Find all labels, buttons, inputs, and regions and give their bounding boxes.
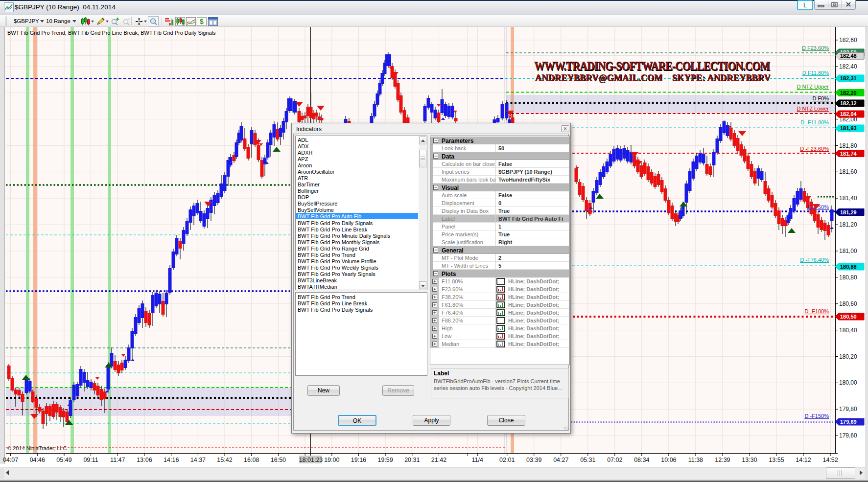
svg-text:D -F76.40%: D -F76.40% <box>800 257 829 263</box>
svg-text:181,60: 181,60 <box>839 168 857 175</box>
svg-text:14:37: 14:37 <box>190 457 206 463</box>
svg-text:05:49: 05:49 <box>56 457 71 463</box>
svg-text:19:00: 19:00 <box>324 457 339 463</box>
svg-text:15:42: 15:42 <box>217 457 232 463</box>
svg-text:180,00: 180,00 <box>839 379 857 386</box>
svg-text:13:30: 13:30 <box>742 457 757 463</box>
svg-text:16:08: 16:08 <box>244 457 259 463</box>
svg-text:D -F100%: D -F100% <box>804 308 829 314</box>
svg-text:04:27: 04:27 <box>553 457 568 463</box>
svg-text:08:34: 08:34 <box>634 457 649 463</box>
svg-text:180,20: 180,20 <box>839 353 857 360</box>
svg-text:181,20: 181,20 <box>839 221 857 228</box>
svg-text:D NTZ Upper: D NTZ Upper <box>797 84 829 90</box>
svg-text:179,69: 179,69 <box>840 419 857 425</box>
svg-text:D F0%: D F0% <box>812 95 829 101</box>
svg-text:181,74: 181,74 <box>840 151 857 157</box>
svg-text:179,80: 179,80 <box>839 406 857 413</box>
svg-text:13:06: 13:06 <box>137 457 152 463</box>
svg-text:181,29: 181,29 <box>840 209 857 215</box>
svg-text:182,60: 182,60 <box>839 37 857 44</box>
svg-text:11/4: 11/4 <box>471 457 483 463</box>
svg-text:07:02: 07:02 <box>607 457 622 463</box>
svg-text:180,60: 180,60 <box>839 300 857 307</box>
svg-text:21:42: 21:42 <box>431 457 446 463</box>
svg-text:11:47: 11:47 <box>110 457 125 463</box>
svg-text:05:31: 05:31 <box>580 457 595 463</box>
svg-text:181,93: 181,93 <box>840 125 857 131</box>
svg-text:18:01:23: 18:01:23 <box>299 457 323 463</box>
svg-text:04:07: 04:07 <box>3 457 18 463</box>
svg-text:182,48: 182,48 <box>840 53 857 59</box>
svg-text:180,88: 180,88 <box>840 264 857 270</box>
svg-text:D -F23.60%: D -F23.60% <box>800 146 829 152</box>
svg-text:D -F150%: D -F150% <box>804 413 829 419</box>
svg-text:20:31: 20:31 <box>404 457 420 463</box>
svg-text:14:16: 14:16 <box>164 457 179 463</box>
svg-text:179,60: 179,60 <box>839 432 857 439</box>
svg-text:182,12: 182,12 <box>840 100 857 106</box>
svg-text:D -F11.80%: D -F11.80% <box>800 119 829 125</box>
svg-text:11:38: 11:38 <box>688 457 703 463</box>
svg-text:10:06: 10:06 <box>661 457 676 463</box>
svg-text:02:01: 02:01 <box>499 457 515 463</box>
svg-text:181,40: 181,40 <box>839 195 857 202</box>
svg-text:182,40: 182,40 <box>839 63 857 70</box>
svg-text:D F11.80%: D F11.80% <box>802 70 829 76</box>
svg-text:180,80: 180,80 <box>839 274 857 281</box>
svg-text:14:52: 14:52 <box>822 457 838 463</box>
svg-text:182,31: 182,31 <box>840 75 857 81</box>
svg-text:D F23.60%: D F23.60% <box>802 45 829 51</box>
svg-text:04:46: 04:46 <box>30 457 45 463</box>
svg-text:19:16: 19:16 <box>351 457 366 463</box>
svg-text:181,80: 181,80 <box>839 142 857 149</box>
svg-text:16:50: 16:50 <box>271 457 286 463</box>
svg-text:19:59: 19:59 <box>377 457 393 463</box>
svg-text:180,50: 180,50 <box>840 314 857 320</box>
svg-text:D NTZ Lower: D NTZ Lower <box>797 106 829 112</box>
svg-text:182,20: 182,20 <box>840 90 857 96</box>
svg-text:180,40: 180,40 <box>839 327 857 334</box>
svg-text:181,00: 181,00 <box>839 248 857 254</box>
svg-text:14:12: 14:12 <box>796 457 811 463</box>
svg-text:09:11: 09:11 <box>83 457 98 463</box>
svg-text:03:39: 03:39 <box>526 457 541 463</box>
svg-text:13:55: 13:55 <box>769 457 784 463</box>
svg-text:182,04: 182,04 <box>840 111 857 117</box>
svg-text:12:39: 12:39 <box>715 457 730 463</box>
